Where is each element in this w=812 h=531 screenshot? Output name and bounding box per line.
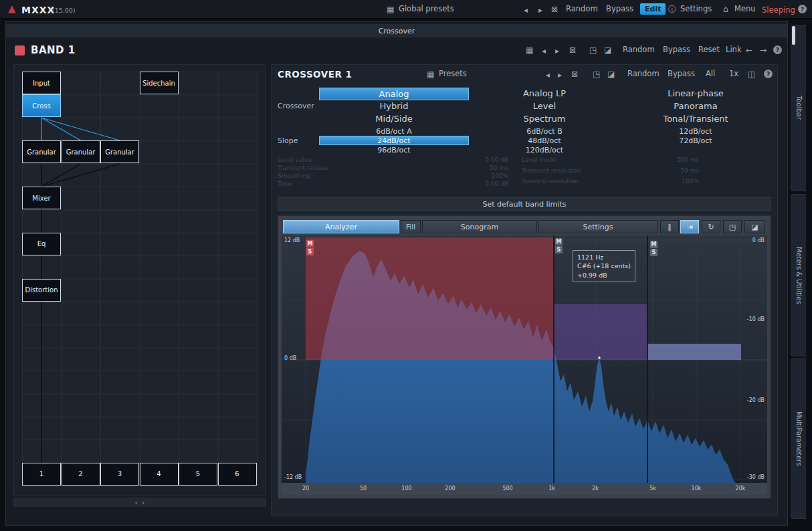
home-icon[interactable]: ⌂ — [723, 5, 728, 13]
option-48db[interactable]: 48dB/oct — [470, 136, 619, 145]
band-range-overlay-purple[interactable] — [554, 304, 647, 360]
normalize-button[interactable]: ⇥ — [680, 220, 699, 233]
node-sidechain[interactable]: Sidechain — [140, 72, 179, 94]
option-72db[interactable]: 72dB/oct — [621, 136, 771, 145]
menu-button[interactable]: Menu — [734, 5, 756, 13]
tab-sonogram[interactable]: Sonogram — [422, 220, 537, 233]
option-6db-b[interactable]: 6dB/oct B — [470, 127, 619, 136]
help-icon[interactable]: ? — [798, 5, 807, 13]
paste-icon[interactable]: ◪ — [607, 70, 615, 78]
band-link-button[interactable]: Link — [726, 46, 742, 54]
side-tab-multiparameters[interactable]: MultiParameters — [791, 358, 806, 519]
paste-icon[interactable]: ◪ — [604, 46, 611, 54]
preset-image-icon[interactable]: ⊠ — [569, 46, 576, 54]
option-analog-lp[interactable]: Analog LP — [470, 88, 619, 98]
node-granular-2[interactable]: Granular — [62, 140, 100, 163]
scroll-left-icon[interactable]: ‹ — [135, 498, 138, 507]
option-spectrum[interactable]: Spectrum — [470, 114, 619, 124]
scroll-right-icon[interactable]: › — [142, 498, 144, 507]
band-level-bar[interactable] — [647, 344, 741, 360]
output-1[interactable]: 1 — [22, 463, 61, 486]
side-tab-meters-utilities[interactable]: Meters & Utilities — [791, 194, 806, 356]
band-reset-button[interactable]: Reset — [698, 46, 720, 54]
global-presets-button[interactable]: Global presets — [399, 5, 454, 13]
option-panorama[interactable]: Panorama — [621, 101, 771, 111]
output-4[interactable]: 4 — [140, 463, 179, 486]
arrow-left-icon[interactable]: ← — [746, 46, 752, 54]
prev-arrow-icon[interactable]: ◂ — [524, 6, 528, 14]
copy-icon[interactable]: ◳ — [589, 46, 597, 54]
preset-image-icon[interactable]: ⊠ — [571, 70, 578, 78]
grid-icon[interactable]: ▦ — [387, 5, 394, 13]
crossover-random-button[interactable]: Random — [627, 70, 659, 78]
tab-fill[interactable]: Fill — [401, 220, 421, 233]
prev-arrow-icon[interactable]: ◂ — [546, 71, 550, 79]
node-granular-3[interactable]: Granular — [100, 140, 139, 163]
grid-icon[interactable]: ▦ — [526, 46, 533, 54]
option-linear-phase[interactable]: Linear-phase — [621, 88, 771, 98]
option-120db[interactable]: 120dB/oct — [470, 146, 619, 154]
paste-analysis-button[interactable]: ◪ — [744, 220, 765, 233]
copy-analysis-button[interactable]: ◳ — [723, 220, 742, 233]
option-hybrid[interactable]: Hybrid — [319, 101, 469, 111]
output-2[interactable]: 2 — [62, 463, 100, 486]
multiplier-button[interactable]: 1x — [729, 70, 738, 78]
grid-icon[interactable]: ▦ — [427, 70, 434, 78]
node-cross[interactable]: Cross — [22, 94, 61, 117]
band-color-swatch[interactable] — [15, 45, 25, 56]
copy-icon[interactable]: ◳ — [593, 70, 600, 78]
reset-analysis-button[interactable]: ↻ — [702, 220, 720, 233]
output-5[interactable]: 5 — [179, 463, 217, 486]
next-arrow-icon[interactable]: ▸ — [558, 71, 562, 79]
info-icon[interactable]: ⓘ — [668, 5, 676, 13]
option-analog-selected[interactable]: Analog — [319, 88, 469, 100]
next-arrow-icon[interactable]: ▸ — [555, 47, 559, 55]
presets-button[interactable]: Presets — [439, 70, 467, 78]
mid-solo-button[interactable]: M — [650, 241, 657, 248]
band-random-button[interactable]: Random — [623, 46, 655, 54]
mid-solo-button[interactable]: M — [306, 240, 314, 247]
help-icon[interactable]: ? — [773, 45, 782, 54]
crossover-bypass-button[interactable]: Bypass — [668, 70, 695, 78]
settings-button[interactable]: Settings — [680, 5, 712, 13]
option-level[interactable]: Level — [470, 101, 619, 111]
node-grid[interactable]: Input Sidechain Cross Granular Granular … — [22, 72, 258, 486]
horizontal-scrollbar[interactable]: ‹ › — [13, 498, 266, 507]
set-default-band-limits-button[interactable]: Set default band limits — [278, 197, 771, 211]
node-input[interactable]: Input — [22, 72, 61, 94]
spectrum-analyzer-graph[interactable]: 12 dB 0 dB -12 dB 0 dB -10 dB -20 dB -30… — [282, 235, 767, 483]
output-3[interactable]: 3 — [100, 463, 139, 486]
edit-button[interactable]: Edit — [640, 3, 666, 15]
side-solo-button[interactable]: S — [306, 248, 314, 255]
help-icon[interactable]: ? — [764, 70, 773, 78]
module-header[interactable]: Crossover — [6, 24, 787, 37]
option-12db[interactable]: 12dB/oct — [621, 127, 771, 136]
node-eq[interactable]: Eq — [22, 233, 61, 255]
mid-solo-button[interactable]: M — [555, 238, 563, 245]
all-button[interactable]: All — [706, 70, 715, 78]
output-6[interactable]: 6 — [218, 463, 257, 486]
window-icon[interactable]: ◫ — [748, 70, 755, 78]
next-arrow-icon[interactable]: ▸ — [538, 6, 542, 14]
option-24db-selected[interactable]: 24dB/oct — [319, 136, 469, 145]
side-solo-button[interactable]: S — [650, 249, 657, 256]
band-bypass-button[interactable]: Bypass — [663, 46, 690, 54]
arrow-right-icon[interactable]: → — [760, 46, 767, 54]
sleeping-status[interactable]: Sleeping — [762, 5, 795, 15]
prev-arrow-icon[interactable]: ◂ — [542, 47, 546, 55]
preset-image-icon[interactable]: ⊠ — [551, 5, 558, 13]
node-mixer[interactable]: Mixer — [22, 187, 61, 209]
band-range-overlay-red[interactable] — [306, 237, 554, 360]
option-midside[interactable]: Mid/Side — [319, 114, 469, 124]
option-6db-a[interactable]: 6dB/oct A — [319, 127, 469, 136]
node-distortion[interactable]: Distortion — [22, 279, 61, 302]
tab-analyzer[interactable]: Analyzer — [283, 220, 399, 233]
tab-settings[interactable]: Settings — [538, 220, 657, 233]
pause-button[interactable]: ‖ — [660, 220, 679, 233]
random-button[interactable]: Random — [566, 5, 598, 13]
bypass-button[interactable]: Bypass — [606, 5, 633, 13]
node-granular-1[interactable]: Granular — [22, 140, 61, 163]
side-tab-toolbar[interactable]: Toolbar — [791, 25, 806, 191]
scrollbar-thumb[interactable] — [792, 26, 795, 45]
option-tonal-transient[interactable]: Tonal/Transient — [621, 114, 771, 124]
